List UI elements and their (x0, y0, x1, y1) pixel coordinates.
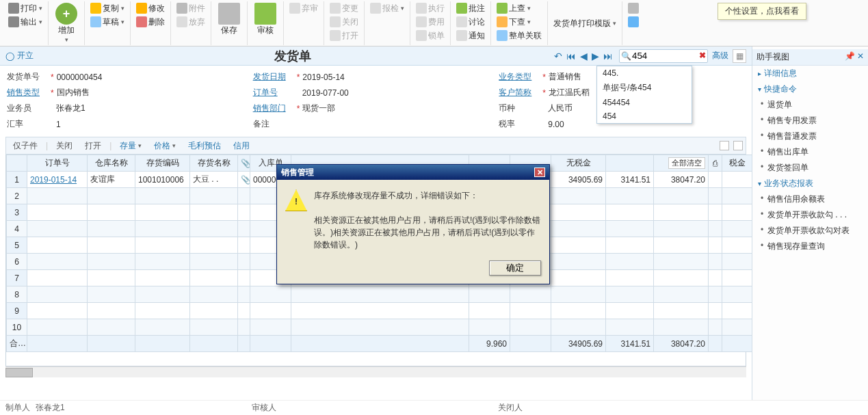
col-name[interactable]: 存货名称 (190, 155, 238, 172)
close-button[interactable]: 关闭 (327, 16, 361, 29)
grid-tool-2[interactable] (733, 141, 743, 150)
lock-button[interactable]: 锁单 (413, 29, 447, 42)
output-button[interactable]: 输出▾ (5, 16, 45, 29)
attach-button[interactable]: 附件 (174, 2, 208, 15)
edit-button[interactable]: 修改 (133, 2, 168, 15)
col-net[interactable]: 无税金 (551, 155, 606, 172)
panel-item[interactable]: 销售现存量查询 (752, 239, 868, 254)
exec-button[interactable]: 执行 (413, 2, 447, 15)
draft-button[interactable]: 草稿▾ (88, 16, 127, 29)
print-button[interactable]: 打印▾ (5, 2, 45, 15)
down-button[interactable]: 下查▾ (494, 16, 534, 29)
grid-open-button[interactable]: 打开 (81, 139, 105, 153)
ok-button[interactable]: 确定 (489, 260, 541, 276)
discard-button[interactable]: 放弃 (174, 16, 208, 29)
clear-search-button[interactable]: ✖ (699, 51, 706, 60)
next-button[interactable]: ▶ (590, 51, 601, 62)
suggestion-item[interactable]: 454 (597, 109, 692, 123)
open-button[interactable]: 打开 (327, 29, 361, 42)
clerk-label: 业务员 (7, 103, 48, 114)
audit-button[interactable]: 审核 (250, 1, 280, 38)
grid-sum-row: 合计 9.960 34905.69 3141.51 38047.20 (7, 336, 752, 352)
closer-label: 关闭人 (498, 402, 523, 414)
panel-item[interactable]: 退货单 (752, 97, 868, 113)
order-label[interactable]: 订单号 (253, 87, 294, 98)
maker-value: 张春龙1 (36, 402, 65, 414)
grid-tool-1[interactable] (720, 141, 729, 150)
panel-item[interactable]: 发货签回单 (752, 160, 868, 176)
submit-button[interactable]: 报检▾ (367, 2, 407, 15)
search-input[interactable] (619, 49, 708, 63)
table-row[interactable]: 8 (7, 286, 752, 303)
template-select[interactable]: 发货单打印模版▾ (551, 17, 619, 30)
advanced-link[interactable]: 高级 (712, 50, 728, 62)
gross-button[interactable]: 毛利预估 (184, 139, 225, 153)
credit-button[interactable]: 信用 (229, 139, 254, 153)
date-label[interactable]: 发货日期 (253, 71, 294, 83)
last-button[interactable]: ⏭ (601, 51, 615, 62)
close-icon (330, 16, 341, 27)
col-wh[interactable]: 仓库名称 (88, 155, 135, 172)
table-row[interactable]: 9 (7, 303, 752, 319)
col-y[interactable] (606, 155, 654, 172)
clear-all-button[interactable]: 全部清空 (668, 157, 705, 169)
error-dialog: 销售管理✕ 库存系统修改现存量不成功，详细错误如下： 相关资源正在被其他用户占用… (276, 164, 550, 284)
tax-label: 税率 (499, 118, 540, 130)
suggestion-item[interactable]: 445. (597, 66, 692, 80)
saletype-label[interactable]: 销售类型 (7, 87, 48, 98)
section-detail[interactable]: 详细信息 (752, 66, 868, 81)
suggestion-item[interactable]: 单据号/条454 (597, 80, 692, 96)
abandon-button[interactable]: 弃审 (287, 2, 321, 15)
approve-button[interactable]: 批注 (453, 2, 488, 15)
dept-label[interactable]: 销售部门 (253, 103, 294, 114)
relate-button[interactable]: 整单关联 (494, 29, 544, 42)
refresh-button[interactable] (625, 16, 642, 28)
panel-item[interactable]: 发货单开票收款勾对表 (752, 223, 868, 239)
col-total[interactable]: 全部清空 (654, 155, 709, 172)
col-order[interactable]: 订单号 (27, 155, 88, 172)
pin-icon[interactable]: 📌 ✕ (845, 51, 864, 63)
col-tax[interactable]: 税金 (722, 155, 752, 172)
cost-button[interactable]: 费用 (413, 16, 447, 29)
cust-label[interactable]: 客户简称 (499, 87, 540, 98)
delete-button[interactable]: 删除 (133, 16, 168, 29)
stock-button[interactable]: 存量 ▾ (116, 139, 146, 153)
notify-button[interactable]: 通知 (453, 29, 488, 42)
undo-button[interactable]: ↶ (552, 51, 564, 62)
scroll-thumb[interactable] (5, 368, 33, 377)
col-code[interactable]: 存货编码 (135, 155, 190, 172)
dialog-close-button[interactable]: ✕ (534, 168, 545, 177)
panel-item[interactable]: 销售出库单 (752, 144, 868, 160)
table-row[interactable]: 10 (7, 319, 752, 336)
panel-item[interactable]: 发货单开票收款勾 . . . (752, 207, 868, 223)
calendar-button[interactable]: ▦ (733, 49, 746, 63)
section-quick[interactable]: 快捷命令 (752, 81, 868, 97)
change-button[interactable]: 变更 (327, 2, 361, 15)
col-z[interactable]: ⎙ (709, 155, 722, 172)
panel-item[interactable]: 销售普通发票 (752, 129, 868, 144)
prev-button[interactable]: ◀ (578, 51, 590, 62)
save-icon (218, 3, 240, 25)
copy-button[interactable]: 复制▾ (88, 2, 127, 15)
col-rownum[interactable] (7, 155, 27, 172)
abandon-icon (289, 3, 300, 14)
price-button[interactable]: 价格 ▾ (150, 139, 180, 153)
save-button[interactable]: 保存 (214, 1, 244, 38)
up-button[interactable]: 上查▾ (494, 2, 534, 15)
biz-label[interactable]: 业务类型 (499, 71, 540, 83)
chevron-down-icon: ▾ (39, 5, 42, 12)
panel-item[interactable]: 销售专用发票 (752, 113, 868, 129)
section-report[interactable]: 业务状态报表 (752, 176, 868, 191)
add-button[interactable]: 增加▾ (51, 1, 81, 44)
first-button[interactable]: ⏮ (564, 51, 578, 62)
col-attach[interactable]: 📎 (238, 155, 250, 172)
only-child-button[interactable]: 仅子件 (9, 139, 42, 153)
panel-item[interactable]: 销售信用余额表 (752, 191, 868, 207)
discuss-button[interactable]: 讨论 (453, 16, 488, 29)
horizontal-scrollbar[interactable] (5, 366, 746, 377)
relate-icon (497, 30, 508, 41)
grid-close-button[interactable]: 关闭 (52, 139, 77, 153)
suggestion-item[interactable]: 454454 (597, 96, 692, 109)
assistant-panel: 助手视图📌 ✕ 详细信息 快捷命令 退货单销售专用发票销售普通发票销售出库单发货… (752, 46, 868, 400)
settings-button[interactable] (625, 2, 642, 14)
